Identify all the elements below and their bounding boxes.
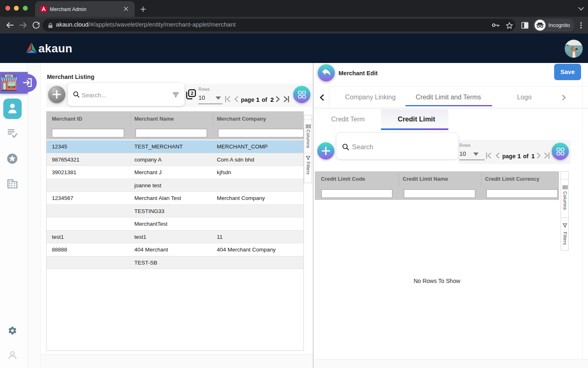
svg-text:SHOP: SHOP [7, 75, 12, 77]
svg-text:2: 2 [191, 91, 193, 96]
